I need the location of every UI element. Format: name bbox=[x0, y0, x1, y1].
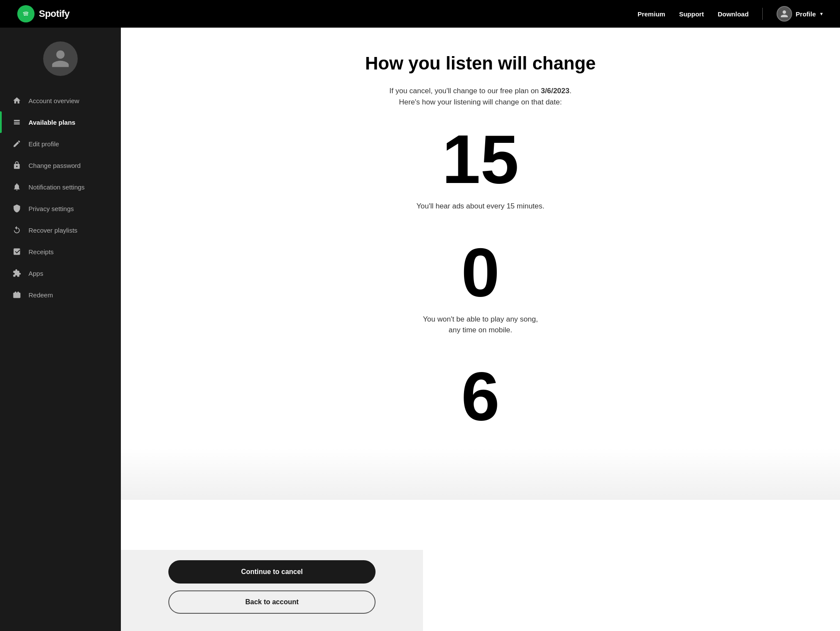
fade-overlay bbox=[121, 448, 840, 500]
sidebar-item-change-password[interactable]: Change password bbox=[0, 155, 121, 176]
spotify-wordmark: Spotify bbox=[39, 8, 69, 19]
sidebar-label-redeem: Redeem bbox=[28, 291, 53, 299]
nav-support[interactable]: Support bbox=[679, 10, 704, 18]
apps-icon bbox=[12, 268, 22, 278]
avatar bbox=[43, 41, 78, 76]
content-area: How you listen will change If you cancel… bbox=[329, 28, 632, 448]
sidebar-item-notification-settings[interactable]: Notification settings bbox=[0, 176, 121, 198]
nav-premium[interactable]: Premium bbox=[638, 10, 665, 18]
stat-number-0: 0 bbox=[461, 238, 500, 307]
stat-block-partial: 6 bbox=[347, 362, 614, 422]
recover-icon bbox=[12, 225, 22, 235]
receipts-icon bbox=[12, 247, 22, 256]
sidebar-item-privacy-settings[interactable]: Privacy settings bbox=[0, 198, 121, 219]
sidebar-label-available-plans: Available plans bbox=[28, 119, 76, 126]
subtitle-date: 3/6/2023 bbox=[541, 87, 569, 95]
stat-description-mobile: You won't be able to play any song,any t… bbox=[423, 314, 538, 336]
chevron-down-icon: ▾ bbox=[820, 11, 823, 17]
main-layout: Account overview Available plans Edit pr… bbox=[0, 28, 840, 631]
stat-block-ads: 15 You'll hear ads about every 15 minute… bbox=[347, 125, 614, 229]
stat-block-mobile: 0 You won't be able to play any song,any… bbox=[347, 238, 614, 353]
edit-icon bbox=[12, 139, 22, 148]
profile-label: Profile bbox=[796, 10, 816, 18]
sidebar-item-recover-playlists[interactable]: Recover playlists bbox=[0, 219, 121, 241]
sidebar-item-redeem[interactable]: Redeem bbox=[0, 284, 121, 306]
sidebar-label-change-password: Change password bbox=[28, 162, 81, 169]
subtitle-text: If you cancel, you'll change to our free… bbox=[389, 87, 541, 95]
sidebar-label-apps: Apps bbox=[28, 270, 43, 277]
lock-icon bbox=[12, 161, 22, 170]
home-icon bbox=[12, 96, 22, 105]
sidebar: Account overview Available plans Edit pr… bbox=[0, 28, 121, 631]
bottom-actions: Continue to cancel Back to account bbox=[121, 550, 423, 631]
sidebar-item-apps[interactable]: Apps bbox=[0, 262, 121, 284]
content-wrapper: How you listen will change If you cancel… bbox=[121, 28, 840, 631]
back-to-account-button[interactable]: Back to account bbox=[168, 590, 376, 614]
spotify-logo-icon bbox=[17, 5, 35, 22]
sidebar-label-recover-playlists: Recover playlists bbox=[28, 227, 77, 234]
nav-divider bbox=[762, 8, 763, 20]
sidebar-label-receipts: Receipts bbox=[28, 248, 54, 256]
stat-number-15: 15 bbox=[442, 125, 519, 194]
profile-menu-button[interactable]: Profile ▾ bbox=[777, 6, 823, 22]
plans-icon bbox=[12, 117, 22, 127]
nav-download[interactable]: Download bbox=[718, 10, 749, 18]
sidebar-nav: Account overview Available plans Edit pr… bbox=[0, 90, 121, 306]
main-content: How you listen will change If you cancel… bbox=[121, 28, 840, 550]
redeem-icon bbox=[12, 290, 22, 300]
profile-avatar-icon bbox=[777, 6, 792, 22]
sidebar-item-receipts[interactable]: Receipts bbox=[0, 241, 121, 262]
page-title: How you listen will change bbox=[365, 54, 596, 73]
sidebar-label-edit-profile: Edit profile bbox=[28, 140, 59, 148]
sidebar-label-privacy-settings: Privacy settings bbox=[28, 205, 74, 212]
stat-description-ads: You'll hear ads about every 15 minutes. bbox=[417, 201, 545, 212]
privacy-icon bbox=[12, 204, 22, 213]
subtitle: If you cancel, you'll change to our free… bbox=[389, 85, 572, 107]
sidebar-label-account-overview: Account overview bbox=[28, 97, 79, 104]
sidebar-item-edit-profile[interactable]: Edit profile bbox=[0, 133, 121, 155]
sidebar-item-available-plans[interactable]: Available plans bbox=[0, 111, 121, 133]
sidebar-label-notification-settings: Notification settings bbox=[28, 183, 85, 191]
top-navigation: Spotify Premium Support Download Profile… bbox=[0, 0, 840, 28]
sidebar-item-account-overview[interactable]: Account overview bbox=[0, 90, 121, 111]
bell-icon bbox=[12, 182, 22, 192]
nav-links: Premium Support Download Profile ▾ bbox=[638, 6, 823, 22]
spotify-logo[interactable]: Spotify bbox=[17, 5, 69, 22]
stat-number-6: 6 bbox=[461, 362, 500, 422]
continue-to-cancel-button[interactable]: Continue to cancel bbox=[168, 560, 376, 584]
svg-point-0 bbox=[22, 9, 30, 18]
